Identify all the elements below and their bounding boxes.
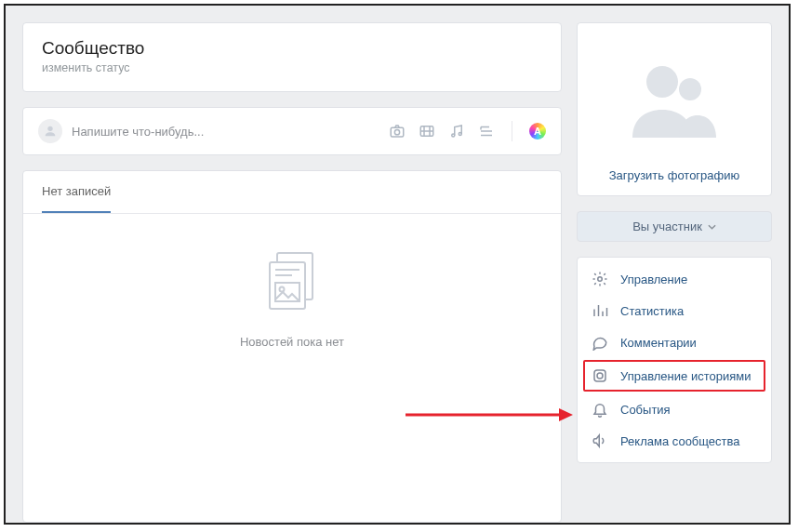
svg-rect-1 (391, 127, 404, 137)
video-icon[interactable] (419, 123, 435, 140)
change-status-link[interactable]: изменить статус (42, 61, 542, 74)
menu-item-ads[interactable]: Реклама сообщества (578, 425, 771, 457)
post-composer[interactable]: Напишите что-нибудь... A (22, 107, 562, 155)
admin-menu: Управление Статистика Комментарии Управл… (577, 257, 772, 463)
empty-message: Новостей пока нет (240, 335, 344, 349)
menu-item-stats[interactable]: Статистика (578, 295, 771, 326)
menu-label: Реклама сообщества (620, 434, 740, 448)
svg-point-14 (598, 277, 603, 282)
stories-icon (591, 367, 609, 384)
menu-label: Комментарии (620, 336, 697, 350)
upload-photo-link[interactable]: Загрузить фотографию (591, 168, 758, 182)
tab-no-posts[interactable]: Нет записей (42, 171, 111, 213)
community-title: Сообщество (42, 38, 542, 59)
gear-icon (591, 271, 609, 287)
poster-icon[interactable]: A (529, 123, 546, 140)
menu-item-stories-manage[interactable]: Управление историями (583, 360, 765, 392)
svg-point-16 (597, 373, 603, 379)
stats-icon (591, 302, 609, 319)
community-header: Сообщество изменить статус (22, 22, 562, 92)
composer-placeholder: Напишите что-нибудь... (72, 125, 389, 139)
article-icon[interactable] (478, 123, 495, 140)
svg-point-13 (679, 78, 701, 100)
comment-icon (591, 334, 609, 351)
chevron-down-icon (708, 224, 716, 230)
menu-label: Статистика (620, 304, 684, 318)
menu-item-events[interactable]: События (578, 393, 771, 425)
svg-point-0 (47, 126, 52, 131)
svg-point-5 (459, 133, 461, 136)
empty-posts-icon (266, 251, 318, 313)
menu-label: Управление историями (620, 369, 751, 383)
posts-section: Нет записей Новостей пока нет (22, 170, 562, 523)
menu-label: События (620, 403, 671, 417)
menu-item-comments[interactable]: Комментарии (578, 326, 771, 358)
membership-label: Вы участник (632, 219, 702, 233)
menu-label: Управление (620, 273, 687, 286)
community-photo-card: Загрузить фотографию (577, 22, 772, 196)
megaphone-icon (591, 432, 609, 449)
separator (512, 121, 512, 141)
svg-point-12 (646, 66, 678, 98)
svg-point-4 (452, 134, 455, 137)
camera-icon[interactable] (389, 123, 406, 140)
menu-item-manage[interactable]: Управление (578, 263, 771, 295)
music-icon[interactable] (448, 123, 465, 140)
group-avatar-placeholder-icon (618, 42, 730, 153)
user-avatar-icon (38, 119, 62, 143)
svg-rect-15 (594, 370, 605, 381)
svg-point-2 (394, 130, 399, 135)
membership-button[interactable]: Вы участник (577, 211, 772, 242)
bell-icon (591, 401, 609, 418)
